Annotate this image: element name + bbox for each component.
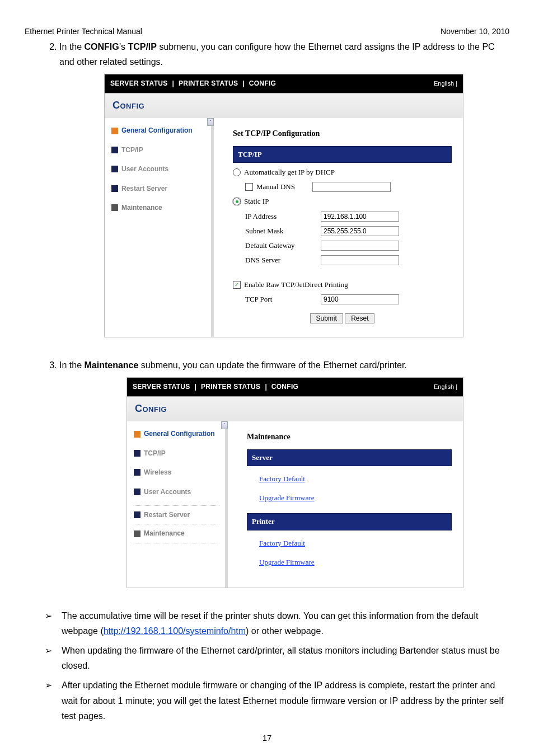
note1-text-b: ) or other webpage. [246, 626, 324, 636]
content-pane: Maintenance Server Factory Default Upgra… [228, 421, 463, 587]
header-left: Ethernet Printer Technical Manual [25, 27, 142, 36]
nav-printer-status[interactable]: PRINTER STATUS [179, 78, 238, 89]
bullet-icon [134, 450, 140, 457]
config-heading: Config [105, 93, 463, 119]
sidebar-item-maintenance[interactable]: Maintenance [134, 528, 219, 539]
link-server-upgrade-firmware[interactable]: Upgrade Firmware [259, 494, 315, 502]
lang-selector[interactable]: English | [434, 382, 457, 392]
content-pane: Set TCP/IP Configuration TCP/IP Automati… [214, 118, 463, 337]
input-port[interactable] [321, 294, 399, 304]
sidebar-item-label: User Accounts [121, 163, 168, 175]
row-ip: IP Address [245, 210, 452, 223]
tcpip-banner: TCP/IP [233, 146, 452, 163]
input-manual-dns[interactable] [312, 182, 391, 192]
checkbox-rawtcp[interactable] [233, 281, 241, 289]
step3-text2: submenu, you can update the firmware of … [138, 360, 406, 370]
label-static: Static IP [244, 195, 269, 208]
link-server-factory-default[interactable]: Factory Default [259, 475, 305, 483]
sidebar-item-label: Maintenance [144, 528, 185, 539]
sidebar-item-label: General Configuration [121, 125, 193, 136]
input-ip[interactable] [321, 212, 399, 222]
scroll-up-icon[interactable]: ˆ [207, 118, 214, 126]
sidebar-item-user-accounts[interactable]: User Accounts [134, 486, 219, 497]
lang-label: English [434, 80, 454, 87]
bullet-icon [111, 128, 118, 134]
bullet-icon [111, 166, 118, 172]
submit-button[interactable]: Submit [310, 313, 343, 323]
step2-bold1: CONFIG [84, 42, 119, 51]
reset-button[interactable]: Reset [345, 313, 374, 323]
link-printer-factory-default[interactable]: Factory Default [259, 539, 305, 547]
note-3: After updating the Ethernet module firmw… [45, 678, 509, 724]
sidebar-item-label: General Configuration [144, 428, 215, 439]
figure-tcpip: SERVER STATUS | PRINTER STATUS | CONFIG … [104, 74, 463, 337]
lang-label: English [434, 383, 454, 390]
input-gateway[interactable] [321, 241, 399, 251]
sidebar-item-restart[interactable]: Restart Server [111, 183, 205, 194]
step2-text2: ’s [119, 42, 128, 51]
scroll-up-icon[interactable]: ˆ [221, 421, 228, 429]
bullet-icon [111, 185, 118, 192]
row-subnet: Subnet Mask [245, 225, 452, 237]
input-dns[interactable] [321, 255, 399, 265]
bullet-icon [134, 511, 140, 518]
step2-text: In the [59, 42, 84, 51]
label-port: TCP Port [245, 293, 321, 306]
sidebar-item-maintenance[interactable]: Maintenance [111, 202, 205, 213]
checkbox-manual-dns[interactable] [245, 183, 253, 191]
bullet-icon [134, 530, 140, 537]
nav-server-status[interactable]: SERVER STATUS [110, 78, 168, 89]
link-printer-upgrade-firmware[interactable]: Upgrade Firmware [259, 558, 315, 566]
label-rawtcp: Enable Raw TCP/JetDirect Printing [244, 279, 348, 291]
sidebar-item-general[interactable]: General Configuration [134, 428, 219, 439]
sidebar: ˆ General Configuration TCP/IP Wireless … [127, 421, 228, 587]
radio-static[interactable] [233, 198, 241, 205]
lang-selector[interactable]: English | [434, 78, 457, 89]
bullet-icon [111, 204, 118, 211]
label-dhcp: Automatically get IP by DHCP [244, 166, 335, 179]
nav-config[interactable]: CONFIG [271, 381, 298, 392]
input-subnet[interactable] [321, 226, 399, 236]
step2-bold2: TCP/IP [128, 42, 157, 51]
nav-config[interactable]: CONFIG [249, 78, 276, 89]
sidebar-item-general[interactable]: General Configuration [111, 125, 205, 136]
note-1: The accumulative time will be reset if t… [45, 608, 509, 638]
sidebar-item-label: Wireless [144, 467, 171, 478]
radio-dhcp[interactable] [233, 168, 241, 176]
row-rawtcp: Enable Raw TCP/JetDirect Printing [233, 279, 452, 291]
step3-bold: Maintenance [84, 360, 138, 370]
sidebar-item-wireless[interactable]: Wireless [134, 467, 219, 478]
sidebar-item-user-accounts[interactable]: User Accounts [111, 163, 205, 175]
row-dhcp: Automatically get IP by DHCP [233, 166, 452, 179]
nav-sep: | [265, 381, 266, 392]
bullet-icon [134, 431, 140, 438]
sidebar: ˆ General Configuration TCP/IP User Acco… [105, 118, 214, 337]
nav-printer-status[interactable]: PRINTER STATUS [201, 381, 260, 392]
row-port: TCP Port [245, 293, 452, 306]
step-2: In the CONFIG’s TCP/IP submenu, you can … [59, 39, 509, 337]
radio-dot-icon [236, 200, 238, 203]
nav-sep: | [242, 78, 244, 89]
sidebar-item-tcpip[interactable]: TCP/IP [111, 144, 205, 156]
button-row: Submit Reset [233, 312, 452, 325]
section-title: Maintenance [247, 430, 452, 444]
row-dns: DNS Server [245, 254, 452, 266]
section-title: Set TCP/IP Configuration [233, 127, 452, 140]
topbar: SERVER STATUS | PRINTER STATUS | CONFIG … [127, 378, 463, 396]
server-banner: Server [247, 449, 452, 466]
step-3: In the Maintenance submenu, you can upda… [59, 358, 509, 588]
row-static: Static IP [233, 195, 452, 208]
nav-sep: | [172, 78, 174, 89]
page-number: 17 [0, 733, 534, 743]
sidebar-item-label: User Accounts [144, 486, 191, 497]
label-gateway: Default Gateway [245, 240, 321, 252]
sidebar-item-label: TCP/IP [144, 448, 166, 459]
sidebar-item-restart[interactable]: Restart Server [134, 509, 219, 520]
header-right: November 10, 2010 [441, 27, 509, 36]
topbar: SERVER STATUS | PRINTER STATUS | CONFIG … [105, 74, 463, 92]
sidebar-item-tcpip[interactable]: TCP/IP [134, 448, 219, 459]
figure-maintenance: SERVER STATUS | PRINTER STATUS | CONFIG … [127, 377, 463, 588]
nav-server-status[interactable]: SERVER STATUS [133, 381, 190, 392]
systeminfo-url[interactable]: http://192.168.1.100/systeminfo/htm [104, 626, 246, 636]
sidebar-item-label: Maintenance [121, 202, 162, 213]
